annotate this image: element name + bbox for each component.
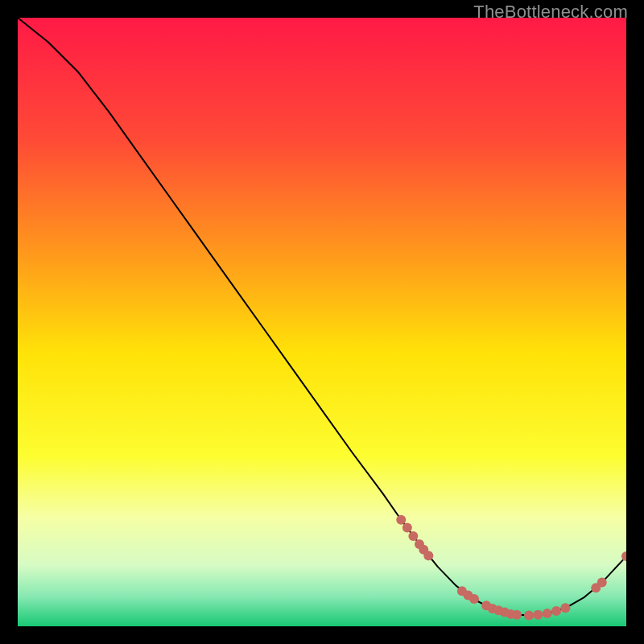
gradient-background	[18, 18, 626, 626]
highlight-dot	[597, 578, 607, 588]
highlight-dot	[396, 515, 406, 525]
highlight-dot	[408, 531, 418, 541]
highlight-dot	[469, 594, 479, 604]
highlight-dot	[423, 551, 433, 560]
highlight-dot	[524, 610, 534, 620]
highlight-dot	[551, 606, 561, 616]
watermark-text: TheBottleneck.com	[473, 2, 628, 23]
highlight-dot	[543, 609, 552, 618]
chart-stage: TheBottleneck.com	[0, 0, 644, 644]
highlight-dot	[402, 523, 412, 533]
highlight-dot	[533, 610, 543, 620]
bottleneck-chart	[18, 18, 626, 626]
highlight-dot	[512, 610, 522, 620]
highlight-dot	[560, 603, 570, 613]
